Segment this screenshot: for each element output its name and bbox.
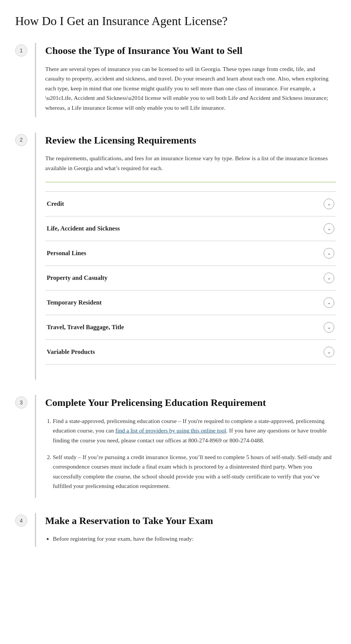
chevron-down-icon-temporary[interactable]: ⌄ xyxy=(324,297,334,308)
accordion-label-personal-lines: Personal Lines xyxy=(47,248,86,258)
step-number-2: 2 xyxy=(15,134,27,146)
step-2-heading: Review the Licensing Requirements xyxy=(45,133,336,148)
accordion-item-property: Property and Casualty ⌄ xyxy=(45,266,336,290)
step-3-list: Find a state-approved, prelicensing educ… xyxy=(45,416,336,491)
accordion-row-travel[interactable]: Travel, Travel Baggage, Title ⌄ xyxy=(45,315,336,339)
accordion-label-temporary: Temporary Resident xyxy=(47,298,102,308)
step-number-3: 3 xyxy=(15,396,27,409)
step-number-4: 4 xyxy=(15,515,27,527)
list-item-self-study: Self study – If you’re pursuing a credit… xyxy=(53,452,336,491)
step-3: 3 Complete Your Prelicensing Education R… xyxy=(15,395,336,498)
step-2: 2 Review the Licensing Requirements The … xyxy=(15,133,336,380)
chevron-down-icon-travel[interactable]: ⌄ xyxy=(324,322,334,333)
step-4-content: Make a Reservation to Take Your Exam Bef… xyxy=(35,513,336,547)
step-3-heading: Complete Your Prelicensing Education Req… xyxy=(45,395,336,411)
find-providers-link[interactable]: find a list of providers by using this o… xyxy=(115,427,226,434)
accordion-row-property[interactable]: Property and Casualty ⌄ xyxy=(45,266,336,290)
chevron-down-icon-personal-lines[interactable]: ⌄ xyxy=(324,248,334,259)
chevron-down-icon-life[interactable]: ⌄ xyxy=(324,223,334,234)
step-number-1: 1 xyxy=(15,44,27,57)
chevron-down-icon-property[interactable]: ⌄ xyxy=(324,273,334,283)
accordion-label-life: Life, Accident and Sickness xyxy=(47,224,120,234)
section-divider xyxy=(45,182,336,182)
accordion-row-temporary[interactable]: Temporary Resident ⌄ xyxy=(45,290,336,315)
accordion-label-travel: Travel, Travel Baggage, Title xyxy=(47,322,124,332)
accordion-item-life: Life, Accident and Sickness ⌄ xyxy=(45,216,336,241)
accordion-item-travel: Travel, Travel Baggage, Title ⌄ xyxy=(45,315,336,340)
accordion-label-property: Property and Casualty xyxy=(47,273,108,283)
accordion-item-personal-lines: Personal Lines ⌄ xyxy=(45,241,336,266)
page-title: How Do I Get an Insurance Agent License? xyxy=(15,11,336,31)
step-1-content: Choose the Type of Insurance You Want to… xyxy=(35,43,336,117)
step-1-paragraph: There are several types of insurance you… xyxy=(45,64,336,113)
step-2-content: Review the Licensing Requirements The re… xyxy=(35,133,336,380)
chevron-down-icon-credit[interactable]: ⌄ xyxy=(324,199,334,209)
step-4-list: Before registering for your exam, have t… xyxy=(45,534,336,544)
step-2-paragraph: The requirements, qualifications, and fe… xyxy=(45,153,336,173)
accordion-row-personal-lines[interactable]: Personal Lines ⌄ xyxy=(45,241,336,265)
list-item-find-course: Find a state-approved, prelicensing educ… xyxy=(53,416,336,445)
accordion-item-variable: Variable Products ⌄ xyxy=(45,340,336,365)
list-item-before-registering: Before registering for your exam, have t… xyxy=(53,534,336,544)
step-3-content: Complete Your Prelicensing Education Req… xyxy=(35,395,336,498)
step-1-heading: Choose the Type of Insurance You Want to… xyxy=(45,43,336,59)
step-4-heading: Make a Reservation to Take Your Exam xyxy=(45,513,336,529)
step-1: 1 Choose the Type of Insurance You Want … xyxy=(15,43,336,117)
chevron-down-icon-variable[interactable]: ⌄ xyxy=(324,347,334,357)
step-4: 4 Make a Reservation to Take Your Exam B… xyxy=(15,513,336,547)
accordion-label-variable: Variable Products xyxy=(47,347,95,357)
spacer xyxy=(45,365,336,380)
accordion-item-credit: Credit ⌄ xyxy=(45,191,336,216)
list-item-self-study-text: Self study – If you’re pursuing a credit… xyxy=(53,454,332,489)
accordion-item-temporary: Temporary Resident ⌄ xyxy=(45,290,336,315)
accordion-label-credit: Credit xyxy=(47,199,64,209)
accordion-row-credit[interactable]: Credit ⌄ xyxy=(45,192,336,216)
accordion-row-life[interactable]: Life, Accident and Sickness ⌄ xyxy=(45,216,336,241)
license-types-accordion: Credit ⌄ Life, Accident and Sickness ⌄ P… xyxy=(45,191,336,365)
accordion-row-variable[interactable]: Variable Products ⌄ xyxy=(45,340,336,364)
